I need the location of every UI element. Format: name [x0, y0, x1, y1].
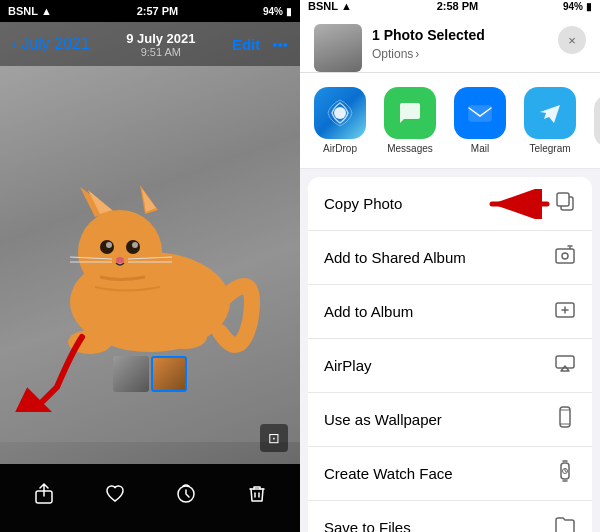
- share-header: 1 Photo Selected Options › ×: [300, 12, 600, 73]
- mail-label: Mail: [471, 143, 489, 154]
- save-to-files-label: Save to Files: [324, 519, 411, 532]
- right-panel: BSNL ▲ 2:58 PM 94% ▮ 1 Photo Selected Op…: [300, 0, 600, 532]
- airdrop-icon: [314, 87, 366, 139]
- add-to-shared-album-action[interactable]: Add to Shared Album: [308, 231, 592, 285]
- panorama-icon: ⊡: [260, 424, 288, 452]
- more-button[interactable]: •••: [272, 36, 288, 53]
- share-info: 1 Photo Selected Options ›: [372, 27, 548, 69]
- copy-photo-action[interactable]: Copy Photo: [308, 177, 592, 231]
- copy-photo-icon: [554, 190, 576, 217]
- battery-icon-left: ▮: [286, 6, 292, 17]
- app-item-telegram[interactable]: Telegram: [524, 87, 576, 154]
- svg-point-22: [334, 107, 346, 119]
- edit-adjust-button[interactable]: [164, 472, 208, 516]
- photo-date: 9 July 2021: [126, 31, 195, 46]
- svg-point-9: [106, 242, 112, 248]
- left-status-bar: BSNL ▲ 2:57 PM 94% ▮: [0, 0, 300, 22]
- svg-point-2: [78, 210, 162, 294]
- close-button[interactable]: ×: [558, 26, 586, 54]
- photo-container: ⊡: [0, 22, 300, 464]
- svg-rect-26: [557, 193, 569, 206]
- svg-point-28: [562, 253, 568, 259]
- left-status-right: 94% ▮: [263, 6, 292, 17]
- action-list: Copy Photo: [308, 177, 592, 532]
- favorite-button[interactable]: [93, 472, 137, 516]
- use-as-wallpaper-action[interactable]: Use as Wallpaper: [308, 393, 592, 447]
- create-watch-face-action[interactable]: Create Watch Face: [308, 447, 592, 501]
- thumbnail-strip: [113, 356, 187, 392]
- svg-point-10: [132, 242, 138, 248]
- carrier-left: BSNL: [8, 5, 38, 17]
- airdrop-label: AirDrop: [323, 143, 357, 154]
- telegram-icon: [524, 87, 576, 139]
- wallpaper-icon: [554, 406, 576, 433]
- nav-title: 9 July 2021 9:51 AM: [126, 31, 195, 58]
- copy-photo-label: Copy Photo: [324, 195, 402, 212]
- bottom-toolbar: [0, 464, 300, 532]
- airplay-icon: [554, 352, 576, 379]
- add-to-album-label: Add to Album: [324, 303, 413, 320]
- back-label: July 2021: [21, 35, 90, 53]
- more-apps-icon: ›: [594, 95, 600, 147]
- airplay-action[interactable]: AirPlay: [308, 339, 592, 393]
- right-status-right: 94% ▮: [563, 1, 592, 12]
- options-label: Options: [372, 47, 413, 61]
- save-to-files-action[interactable]: Save to Files: [308, 501, 592, 532]
- share-sheet: 1 Photo Selected Options › ×: [300, 12, 600, 532]
- photo-time: 9:51 AM: [126, 46, 195, 58]
- save-files-icon: [554, 514, 576, 532]
- options-button[interactable]: Options ›: [372, 47, 548, 61]
- wifi-icon-right: ▲: [341, 0, 352, 12]
- thumb-2[interactable]: [151, 356, 187, 392]
- battery-icon-right: ▮: [586, 1, 592, 12]
- share-button[interactable]: [22, 472, 66, 516]
- chevron-left-icon: ‹: [12, 35, 17, 53]
- airplay-label: AirPlay: [324, 357, 372, 374]
- svg-point-18: [188, 297, 212, 337]
- svg-rect-27: [556, 249, 574, 263]
- app-item-airdrop[interactable]: AirDrop: [314, 87, 366, 154]
- edit-button[interactable]: Edit: [232, 36, 260, 53]
- close-icon: ×: [568, 33, 576, 48]
- add-to-shared-album-label: Add to Shared Album: [324, 249, 466, 266]
- cat-photo: ⊡: [0, 22, 300, 464]
- thumb-1[interactable]: [113, 356, 149, 392]
- chevron-right-icon: ›: [415, 47, 419, 61]
- app-item-messages[interactable]: Messages: [384, 87, 436, 154]
- add-album-icon: [554, 298, 576, 325]
- delete-button[interactable]: [235, 472, 279, 516]
- share-title: 1 Photo Selected: [372, 27, 548, 43]
- time-right: 2:58 PM: [437, 0, 479, 12]
- messages-icon: [384, 87, 436, 139]
- back-button[interactable]: ‹ July 2021: [12, 35, 90, 53]
- time-left: 2:57 PM: [137, 5, 179, 17]
- nav-actions: Edit •••: [232, 36, 288, 53]
- svg-rect-23: [469, 106, 491, 121]
- left-status-left: BSNL ▲: [8, 5, 52, 17]
- right-status-left: BSNL ▲: [308, 0, 352, 12]
- add-to-album-action[interactable]: Add to Album: [308, 285, 592, 339]
- add-shared-album-icon: [554, 244, 576, 271]
- share-thumbnail: [314, 24, 362, 72]
- create-watch-face-label: Create Watch Face: [324, 465, 453, 482]
- left-panel: BSNL ▲ 2:57 PM 94% ▮ ‹ July 2021 9 July …: [0, 0, 300, 532]
- app-item-more[interactable]: ›: [594, 95, 600, 147]
- svg-point-11: [116, 257, 124, 263]
- use-as-wallpaper-label: Use as Wallpaper: [324, 411, 442, 428]
- wifi-icon: ▲: [41, 5, 52, 17]
- app-item-mail[interactable]: Mail: [454, 87, 506, 154]
- right-status-bar: BSNL ▲ 2:58 PM 94% ▮: [300, 0, 600, 12]
- messages-label: Messages: [387, 143, 433, 154]
- battery-right: 94%: [563, 1, 583, 12]
- carrier-right: BSNL: [308, 0, 338, 12]
- telegram-label: Telegram: [529, 143, 570, 154]
- svg-point-16: [68, 330, 112, 354]
- battery-left: 94%: [263, 6, 283, 17]
- left-nav-bar: ‹ July 2021 9 July 2021 9:51 AM Edit •••: [0, 22, 300, 66]
- app-row: AirDrop Messages Mail: [300, 73, 600, 169]
- mail-icon: [454, 87, 506, 139]
- watch-face-icon: [554, 460, 576, 487]
- red-arrow-right: [482, 189, 552, 219]
